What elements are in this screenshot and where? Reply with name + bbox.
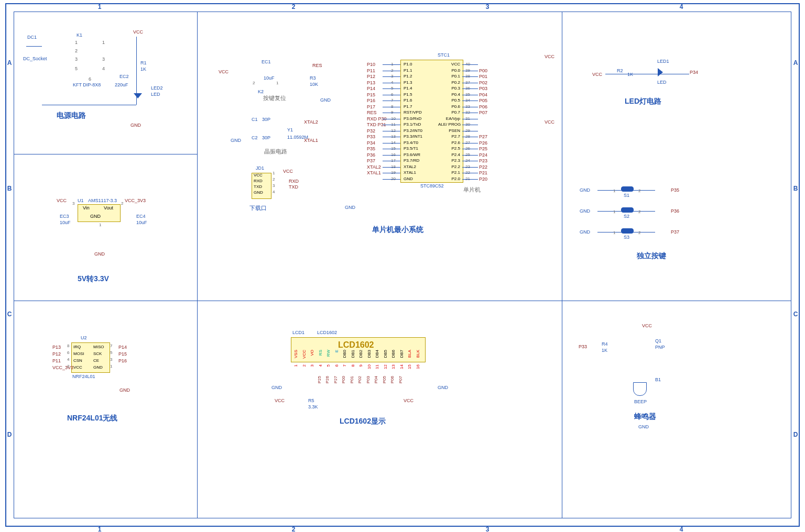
vline1 [197,12,198,301]
buzzer-title: 蜂鸣器 [634,412,656,422]
mcu-rname-0: VCC [438,62,460,66]
mcu-rname-7: P0.6 [438,104,460,109]
power-vccwire [136,37,137,105]
mcu-lnet-8: RES [367,110,377,115]
lcd-ref: LCD1 [292,330,304,335]
y1-ref: Y1 [287,127,293,132]
mcu-rnet-19: P20 [479,176,487,182]
nrf-title: NRF24L01无线 [67,414,117,423]
c1-val: 30P [262,117,270,122]
u2-rnet-1: P15 [118,351,127,357]
lcd-gnd1: GND [271,385,282,390]
lcd-pinnum-2: 3 [310,364,314,367]
vline3 [562,12,562,301]
mcu-rname-9: EA/Vpp [438,116,460,121]
jd-pin-rxd: RXD [254,179,263,183]
led2-type: LED [151,92,160,97]
u2-lpin-2: CSN [73,358,82,363]
mcu-lname-12: P3.3/INT1 [404,134,422,139]
led-title: LED灯电路 [625,97,661,106]
mcu-rname-11: PSEN [438,128,460,133]
col-1-top: 1 [89,3,110,10]
u1-ref: U1 [78,198,84,203]
k1-pin1: 1 [75,40,78,45]
jd-pn2: 2 [273,177,275,182]
btn-pin1-0: 1 [613,189,615,193]
mcu-rname-5: P0.4 [438,92,460,97]
dc-plug-icon [26,46,42,47]
lcd-pinnum-3: 4 [318,364,323,367]
lcd-pinnum-12: 13 [391,364,396,369]
u1-vout: Vout [104,205,113,210]
btn-pin2-0: 2 [638,189,640,193]
jd-vcc: VCC [283,169,293,174]
lcd-net-4: P26 [325,376,330,383]
lcd-pinname-10: DB4 [375,350,379,358]
k1-pin2: 2 [75,48,78,53]
btn-gnd-2: GND [580,229,590,235]
r4-val: 1K [602,348,607,353]
lcd-net-9: P03 [366,376,371,383]
col-3-top: 3 [477,3,498,10]
btn-ref-2: S3 [624,235,629,240]
mcu-lname-5: P1.5 [404,92,412,97]
r5-val: 3.3K [308,404,318,409]
power-vcc: VCC [133,29,143,35]
q1-type: PNP [655,345,665,350]
row-B-right: B [792,178,799,199]
u2-lnum-1: 6 [67,350,69,355]
mcu-lnet-5: P15 [367,92,375,97]
mcu-rnet-16: P23 [479,158,487,163]
u2-rnum-2: 3 [110,357,112,362]
lcd-pinnum-15: 16 [416,364,420,369]
b1-type: BEEP [634,399,647,404]
mcu-rname-19: P2.0 [438,176,460,181]
mcu-lnet-11: P32 [367,128,375,134]
buz-p33: P33 [579,344,587,349]
lcd-pinname-7: DB1 [351,350,355,358]
k1-pin3: 3 [75,57,78,62]
mcu-rname-17: P2.2 [438,164,460,169]
btn-net-0: P35 [671,187,679,193]
mcu-lnet-13: P34 [367,140,375,146]
lcd-pinname-4: RW [326,350,331,357]
jd-pn3: 3 [273,183,275,188]
lcd-pinnum-8: 9 [358,364,363,367]
jd-rxd: RXD [289,179,299,184]
btn-pin1-1: 1 [613,209,615,214]
u2-lpin-0: IRQ [73,345,81,349]
mcu-gnd: GND [345,205,355,210]
col-2-top: 2 [283,3,304,10]
q1-ref: Q1 [655,338,661,343]
vreg-out: VCC_3V3 [125,198,146,203]
c1-ref: C1 [252,117,258,122]
u1-pin3: 3 [72,201,74,206]
mcu-rnet-15: P24 [479,152,487,158]
led2-ref: LED2 [151,85,163,91]
btn-ref-1: S2 [624,214,629,219]
buz-vcc: VCC [642,323,652,328]
xtal-title: 晶振电路 [264,148,287,156]
mcu-lname-0: P1.0 [404,62,412,66]
lcd-net-11: P05 [382,376,387,383]
mcu-title: 单片机最小系统 [372,225,423,235]
r3-val: 10K [310,82,318,87]
ec1-ref: EC1 [262,59,271,64]
lcd-pinnum-0: 1 [293,364,298,367]
r3-ref: R3 [310,75,316,81]
jd1-ref: JD1 [256,165,264,171]
mcu-rnet-14: P25 [479,146,487,151]
reset-title: 按键复位 [263,94,286,102]
u1-gnd: GND [90,214,101,219]
row-A-left: A [6,52,13,73]
jd-pin-txd: TXD [254,184,262,189]
lcd-type: LCD1602 [317,330,337,335]
led1-type: LED [657,80,667,85]
r2-val: 1K [627,72,633,77]
u2-rpin-1: SCK [93,351,102,356]
lcd-pinname-0: VSS [293,350,298,358]
vline1b [197,301,198,518]
dc1-ref: DC1 [27,35,37,40]
c2-ref: C2 [252,135,258,140]
u2-rpin-0: MISO [93,345,104,349]
